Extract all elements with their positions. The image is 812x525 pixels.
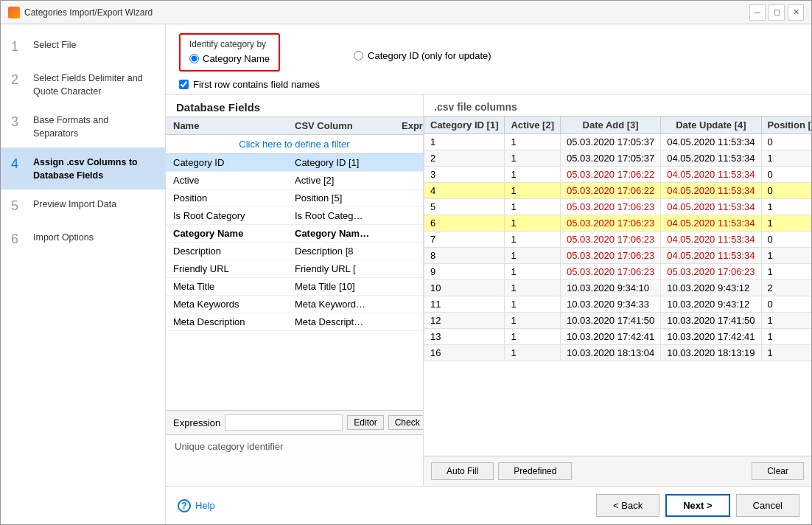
expression-input[interactable] [225,414,343,431]
csv-cell: 1 [505,248,561,264]
next-button[interactable]: Next > [665,494,729,517]
field-name: Meta Keywords [173,299,295,310]
sidebar-label-5: Preview Import Data [33,197,116,212]
csv-cell: 1 [761,199,811,215]
sidebar-num-3: 3 [11,113,26,131]
csv-cell: 05.03.2020 17:06:22 [561,167,661,183]
list-item[interactable]: 9105.03.2020 17:06:2305.03.2020 17:06:23… [424,264,812,280]
filter-row[interactable]: Click here to define a filter [166,135,423,154]
csv-cell: 1 [505,199,561,215]
csv-cell: 10.03.2020 17:41:50 [661,313,761,329]
titlebar-left: Categories Import/Export Wizard [8,7,153,18]
field-expr [402,175,416,186]
csv-cell: 0 [761,232,811,248]
cancel-button[interactable]: Cancel [736,494,799,517]
first-row-checkbox-row[interactable]: First row contains field names [179,79,798,90]
csv-cell: 10.03.2020 18:13:04 [561,345,661,361]
col-header-csv: CSV Column [295,120,402,131]
radio-category-id-input[interactable] [354,51,363,60]
table-row[interactable]: DescriptionDescription [8 [166,243,423,260]
list-item[interactable]: 16110.03.2020 18:13:0410.03.2020 18:13:1… [424,345,812,361]
list-item[interactable]: 3105.03.2020 17:06:2204.05.2020 11:53:34… [424,167,812,183]
field-csv: Meta Title [10] [295,281,402,292]
csv-cell: 05.03.2020 17:06:23 [561,215,661,232]
field-expr [402,281,416,292]
radio-category-id-row[interactable]: Category ID (only for update) [354,50,491,61]
sidebar-item-select-file[interactable]: 1 Select File [1,30,165,63]
csv-cell: 7 [424,232,505,248]
editor-button[interactable]: Editor [347,415,383,430]
clear-button[interactable]: Clear [752,462,804,480]
sidebar-label-6: Import Options [33,230,94,245]
main-window: Categories Import/Export Wizard ─ ◻ ✕ 1 … [0,0,812,525]
csv-cell: 13 [424,329,505,345]
list-item[interactable]: 12110.03.2020 17:41:5010.03.2020 17:41:5… [424,313,812,329]
csv-cell: 0 [761,296,811,313]
radio-category-id-label: Category ID (only for update) [368,50,491,61]
help-icon: ? [178,499,191,512]
list-item[interactable]: 10110.03.2020 9:34:1010.03.2020 9:43:122… [424,280,812,296]
table-row[interactable]: Is Root CategoryIs Root Categ… [166,207,423,225]
sidebar-item-assign-columns[interactable]: 4 Assign .csv Columns to Database Fields [1,147,165,190]
field-csv: Category Nam… [295,228,402,239]
sidebar-label-4: Assign .csv Columns to Database Fields [33,155,155,182]
help-link[interactable]: ? Help [178,499,215,512]
table-row[interactable]: Meta DescriptionMeta Descript… [166,313,423,331]
first-row-label: First row contains field names [193,79,320,90]
field-expr [402,316,416,327]
minimize-button[interactable]: ─ [749,4,766,21]
csv-cell: 1 [761,215,811,232]
sidebar-item-base-formats[interactable]: 3 Base Formats and Separators [1,105,165,147]
sidebar-item-import-options[interactable]: 6 Import Options [1,223,165,256]
list-item[interactable]: 2105.03.2020 17:05:3704.05.2020 11:53:34… [424,150,812,167]
list-item[interactable]: 7105.03.2020 17:06:2304.05.2020 11:53:34… [424,232,812,248]
csv-buttons-row: Auto Fill Predefined Clear [424,456,811,486]
list-item[interactable]: 6105.03.2020 17:06:2304.05.2020 11:53:34… [424,215,812,232]
field-csv: Active [2] [295,175,402,186]
field-csv: Meta Keyword… [295,299,402,310]
list-item[interactable]: 4105.03.2020 17:06:2204.05.2020 11:53:34… [424,183,812,199]
table-row[interactable]: Meta KeywordsMeta Keyword… [166,296,423,313]
field-csv: Friendly URL [ [295,263,402,274]
csv-cell: 10.03.2020 9:34:33 [561,296,661,313]
csv-cell: 10.03.2020 9:43:12 [661,280,761,296]
list-item[interactable]: 11110.03.2020 9:34:3310.03.2020 9:43:120… [424,296,812,313]
list-item[interactable]: 13110.03.2020 17:42:4110.03.2020 17:42:4… [424,329,812,345]
csv-cell: 1 [761,248,811,264]
csv-cell: 1 [505,232,561,248]
check-button[interactable]: Check [388,415,424,430]
predefined-button[interactable]: Predefined [498,462,572,480]
back-button[interactable]: < Back [596,494,659,517]
fields-header: Name CSV Column Expression [166,117,423,135]
list-item[interactable]: 8105.03.2020 17:06:2304.05.2020 11:53:34… [424,248,812,264]
radio-category-name[interactable]: Category Name [189,53,270,64]
close-button[interactable]: ✕ [788,4,804,21]
table-row[interactable]: ActiveActive [2] [166,172,423,190]
csv-cell: 05.03.2020 17:05:37 [561,134,661,150]
restore-button[interactable]: ◻ [769,4,785,21]
list-item[interactable]: 1105.03.2020 17:05:3704.05.2020 11:53:34… [424,134,812,150]
radio-category-name-input[interactable] [189,54,199,63]
csv-table-wrapper[interactable]: Category ID [1]Active [2]Date Add [3]Dat… [424,116,811,456]
table-row[interactable]: Friendly URLFriendly URL [ [166,260,423,278]
csv-cell: 1 [505,167,561,183]
field-expr [402,246,416,257]
csv-cell: 04.05.2020 11:53:34 [661,199,761,215]
csv-cell: 3 [424,167,505,183]
sidebar-label-1: Select File [33,38,76,52]
filter-text: Click here to define a filter [239,139,349,150]
table-row[interactable]: Category NameCategory Nam… [166,225,423,243]
field-name: Active [173,175,295,186]
sidebar-item-preview[interactable]: 5 Preview Import Data [1,190,165,223]
table-row[interactable]: Category IDCategory ID [1] [166,154,423,172]
auto-fill-button[interactable]: Auto Fill [431,462,494,480]
csv-cell: 8 [424,248,505,264]
sidebar-item-fields-delimiter[interactable]: 2 Select Fields Delimiter and Quote Char… [1,63,165,105]
csv-columns-title: .csv file columns [424,95,811,116]
table-row[interactable]: PositionPosition [5] [166,190,423,207]
table-row[interactable]: Meta TitleMeta Title [10] [166,278,423,296]
csv-cell: 1 [761,264,811,280]
list-item[interactable]: 5105.03.2020 17:06:2304.05.2020 11:53:34… [424,199,812,215]
first-row-checkbox[interactable] [179,80,189,89]
csv-cell: 04.05.2020 11:53:34 [661,248,761,264]
